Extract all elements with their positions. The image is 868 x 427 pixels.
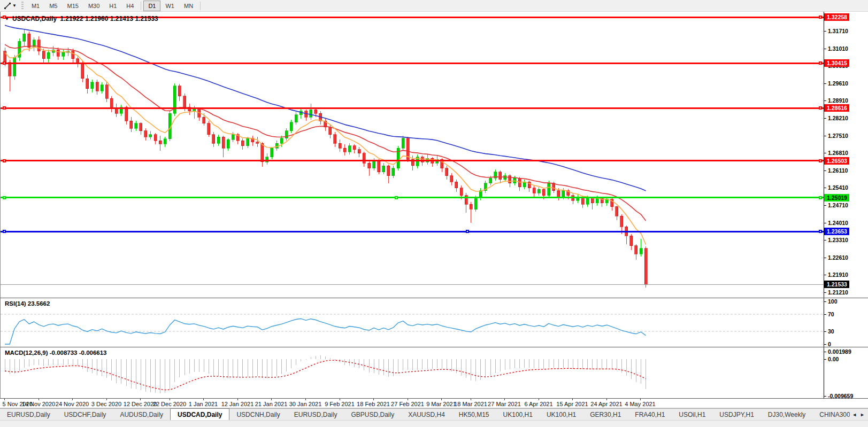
rsi-line xyxy=(5,319,646,344)
tab-scroll-right-icon[interactable]: ► xyxy=(860,412,865,417)
macd-tick-label: 0.00 xyxy=(828,356,839,362)
date-tick xyxy=(170,399,170,400)
tab-usdcnh-daily[interactable]: USDCNH,Daily xyxy=(229,409,287,420)
macd-canvas[interactable] xyxy=(1,347,824,398)
level-price-label: 1.23653 xyxy=(824,228,849,235)
macd-histogram xyxy=(5,355,646,393)
tab-eurusd-daily[interactable]: EURUSD,Daily xyxy=(0,409,57,420)
date-tick xyxy=(305,399,306,400)
date-tick xyxy=(271,399,272,400)
tab-uk100-h1[interactable]: UK100,H1 xyxy=(496,409,540,420)
axis-tick xyxy=(824,83,826,84)
timeframe-h4-button[interactable]: H4 xyxy=(121,1,139,11)
price-tick-label: 1.31010 xyxy=(828,45,848,52)
timeframe-m5-button[interactable]: M5 xyxy=(44,1,62,11)
chart-symbol-label: USDCAD,Daily xyxy=(12,15,57,22)
trading-terminal-window: ▼ M1M5M15M30H1H4D1W1MN ▼ USDCAD,Daily 1.… xyxy=(0,0,868,427)
timeframe-toolbar: ▼ M1M5M15M30H1H4D1W1MN xyxy=(0,0,868,12)
axis-tick xyxy=(824,188,826,188)
level-line-1.23653[interactable] xyxy=(1,230,824,233)
date-tick xyxy=(340,399,340,400)
timeframe-m30-button[interactable]: M30 xyxy=(83,1,104,11)
axis-tick xyxy=(824,292,826,293)
rsi-canvas[interactable] xyxy=(1,298,824,347)
date-tick xyxy=(373,399,374,400)
date-label: 6 Apr 2021 xyxy=(524,401,552,407)
price-tick-label: 1.26810 xyxy=(828,150,848,156)
candlestick-canvas[interactable] xyxy=(1,12,824,298)
tab-usoil-h1[interactable]: USOil,H1 xyxy=(672,409,712,420)
axis-tick xyxy=(824,100,826,101)
tab-ger30-h1[interactable]: GER30,H1 xyxy=(583,409,628,420)
chart-tab-bar: EURUSD,DailyUSDCHF,DailyAUDUSD,DailyUSDC… xyxy=(0,408,868,420)
date-tick xyxy=(504,399,505,400)
level-price-label: 1.28616 xyxy=(824,104,849,112)
chart-ohlc-values: 1.21922 1.21960 1.21413 1.21533 xyxy=(60,15,158,22)
timeframe-buttons: M1M5M15M30H1H4D1W1MN xyxy=(27,1,203,11)
tab-gbpusd-daily[interactable]: GBPUSD,Daily xyxy=(344,409,401,420)
date-label: 27 Feb 2021 xyxy=(391,401,424,407)
level-line-1.30415[interactable] xyxy=(1,61,824,65)
timeframe-d1-button[interactable]: D1 xyxy=(143,1,160,11)
current-price-label: 1.21533 xyxy=(824,281,849,288)
date-label: 24 Nov 2020 xyxy=(56,401,89,407)
tab-usdjpy-h1[interactable]: USDJPY,H1 xyxy=(712,409,761,420)
price-axis[interactable]: 1.317101.310101.303101.296101.289101.282… xyxy=(824,12,868,298)
level-price-label: 1.30415 xyxy=(824,59,849,67)
price-tick-label: 1.24710 xyxy=(828,202,848,208)
date-tick xyxy=(471,399,471,400)
tab-xauusd-h4[interactable]: XAUUSD,H4 xyxy=(401,409,452,420)
toolbar-dropdown-icon[interactable]: ▼ xyxy=(12,3,17,8)
tab-uk100-h1[interactable]: UK100,H1 xyxy=(540,409,583,420)
date-label: 24 Apr 2021 xyxy=(590,401,622,407)
rsi-tick-label: 30 xyxy=(828,328,834,335)
price-tick-label: 1.23310 xyxy=(828,237,848,243)
tab-scroll-arrows: ◄► xyxy=(850,409,867,420)
tab-eurusd-daily[interactable]: EURUSD,Daily xyxy=(287,409,344,420)
date-tick xyxy=(4,399,5,400)
macd-label: MACD(12,26,9) -0.008733 -0.006613 xyxy=(5,350,107,356)
chart-title: ▼ USDCAD,Daily 1.21922 1.21960 1.21413 1… xyxy=(5,15,158,22)
date-label: 14 Nov 2020 xyxy=(22,401,55,407)
rsi-axis: 10070300 xyxy=(824,298,868,347)
date-tick xyxy=(572,399,573,400)
tab-usdcad-daily[interactable]: USDCAD,Daily xyxy=(170,408,229,420)
tab-scroll-left-icon[interactable]: ◄ xyxy=(852,412,857,417)
line-studies-button[interactable]: ▼ xyxy=(2,2,18,10)
macd-panel-row: MACD(12,26,9) -0.008733 -0.006613 0.0019… xyxy=(0,347,868,399)
date-tick xyxy=(237,399,238,400)
macd-chart-area[interactable]: MACD(12,26,9) -0.008733 -0.006613 xyxy=(0,347,824,398)
date-axis: 5 Nov 202014 Nov 202024 Nov 20203 Dec 20… xyxy=(0,399,868,408)
tab-usdchf-daily[interactable]: USDCHF,Daily xyxy=(57,409,113,420)
date-label: 12 Dec 2020 xyxy=(124,401,157,407)
level-line-1.25019[interactable] xyxy=(1,196,824,199)
date-tick xyxy=(606,399,607,400)
chart-dropdown-icon[interactable]: ▼ xyxy=(5,17,9,21)
rsi-tick-label: 70 xyxy=(828,311,834,317)
tab-audusd-daily[interactable]: AUDUSD,Daily xyxy=(113,409,170,420)
date-label: 1 Jan 2021 xyxy=(189,401,218,407)
axis-tick xyxy=(824,31,826,32)
price-tick-label: 1.24010 xyxy=(828,220,848,226)
date-label: 21 Jan 2021 xyxy=(255,401,288,407)
rsi-chart-area[interactable]: RSI(14) 23.5662 xyxy=(0,298,824,347)
macd-signal-line xyxy=(5,360,646,390)
tab-hk50-m15[interactable]: HK50,M15 xyxy=(452,409,496,420)
date-label: 18 Feb 2021 xyxy=(357,401,390,407)
tab-fra40-h1[interactable]: FRA40,H1 xyxy=(628,409,672,420)
price-tick-label: 1.31710 xyxy=(828,28,848,34)
timeframe-mn-button[interactable]: MN xyxy=(179,1,198,11)
timeframe-w1-button[interactable]: W1 xyxy=(160,1,179,11)
tab-dj30-weekly[interactable]: DJ30,Weekly xyxy=(761,409,812,420)
tab-scroll-strip[interactable] xyxy=(0,420,868,427)
timeframe-m15-button[interactable]: M15 xyxy=(62,1,83,11)
timeframe-h1-button[interactable]: H1 xyxy=(104,1,121,11)
level-line-1.28616[interactable] xyxy=(1,106,824,110)
date-label: 12 Jan 2021 xyxy=(221,401,254,407)
price-chart-area[interactable]: ▼ USDCAD,Daily 1.21922 1.21960 1.21413 1… xyxy=(0,12,824,298)
timeframe-m1-button[interactable]: M1 xyxy=(27,1,44,11)
axis-tick xyxy=(824,275,826,275)
date-label: 9 Feb 2021 xyxy=(325,401,355,407)
price-chart-row: ▼ USDCAD,Daily 1.21922 1.21960 1.21413 1… xyxy=(0,12,868,298)
date-label: 30 Jan 2021 xyxy=(289,401,322,407)
